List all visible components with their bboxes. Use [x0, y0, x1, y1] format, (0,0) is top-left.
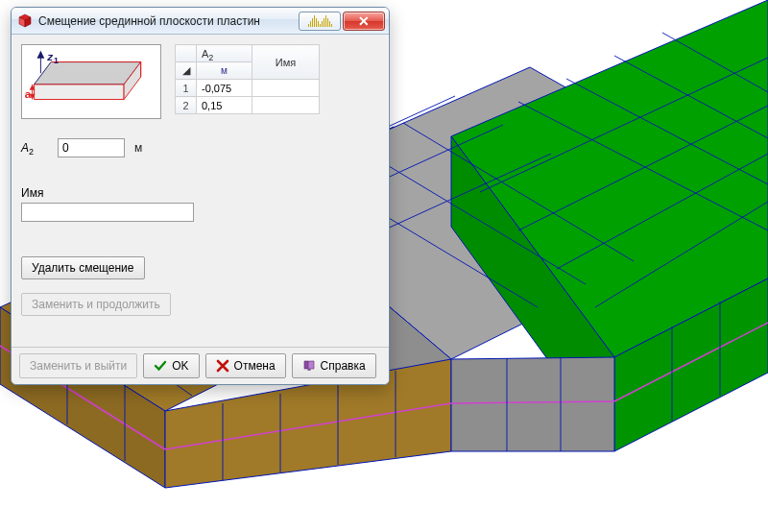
dialog-footer: Заменить и выйти OK Отмена Справка	[12, 347, 389, 384]
offset-dialog: Смещение срединной плоскости пластин ✕	[11, 7, 390, 385]
check-icon	[154, 359, 167, 373]
col-name[interactable]: Имя	[252, 45, 320, 80]
window-title: Смещение срединной плоскости пластин	[38, 14, 293, 28]
svg-marker-43	[35, 62, 141, 85]
table-row[interactable]: 1 -0,075	[176, 80, 320, 97]
name-input[interactable]	[21, 203, 194, 222]
minimize-icon	[308, 15, 332, 27]
replace-continue-button: Заменить и продолжить	[21, 293, 171, 316]
close-icon: ✕	[358, 13, 370, 29]
offset-table[interactable]: A2 Имя ◢ м 1 -0,075 2 0,15	[175, 44, 320, 114]
table-corner	[176, 45, 197, 62]
svg-marker-11	[451, 357, 614, 451]
close-button[interactable]: ✕	[343, 12, 385, 31]
svg-marker-49	[36, 51, 44, 59]
ok-button[interactable]: OK	[143, 353, 199, 378]
help-button[interactable]: Справка	[292, 353, 376, 378]
a2-label: A2	[21, 141, 48, 155]
name-label: Имя	[21, 186, 379, 200]
svg-text:a: a	[25, 87, 32, 100]
x-icon	[216, 359, 229, 373]
a2-input[interactable]	[58, 138, 125, 157]
col-unit: м	[197, 62, 252, 80]
book-icon	[302, 359, 316, 373]
table-row[interactable]: 2 0,15	[176, 97, 320, 114]
svg-marker-44	[35, 85, 125, 100]
titlebar[interactable]: Смещение срединной плоскости пластин ✕	[12, 8, 389, 35]
delete-offset-button[interactable]: Удалить смещение	[21, 256, 145, 279]
svg-text:1: 1	[54, 56, 59, 65]
replace-exit-button: Заменить и выйти	[19, 353, 137, 378]
minimize-button[interactable]	[299, 12, 341, 31]
offset-diagram: z 1 a	[21, 44, 161, 119]
col-a2[interactable]: A2	[197, 45, 252, 62]
table-corner2: ◢	[176, 62, 197, 80]
cancel-button[interactable]: Отмена	[205, 353, 286, 378]
svg-text:z: z	[46, 50, 53, 62]
app-icon	[17, 13, 33, 29]
a2-unit: м	[134, 141, 142, 155]
